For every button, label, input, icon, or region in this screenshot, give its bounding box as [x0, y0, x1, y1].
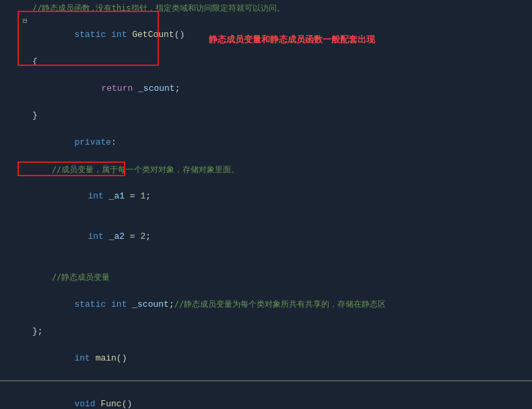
code-line: //静态成员变量 [0, 270, 532, 284]
code-content: int _a2 = 2; [30, 217, 532, 257]
code-content: return _scount; [30, 69, 532, 109]
code-content: //成员变量，属于每一个类对对象，存储对象里面。 [30, 163, 532, 176]
code-content [30, 257, 532, 270]
code-line: int main() [0, 338, 532, 379]
code-content: private: [30, 122, 532, 163]
annotation-text: 静态成员变量和静态成员函数一般配套出现 [209, 34, 375, 46]
code-content: int _a1 = 1; [30, 176, 532, 217]
fold-indicator: ⊟ [20, 15, 30, 28]
code-line: }; [0, 325, 532, 338]
code-content: void Func() [30, 384, 532, 409]
code-line: int _a2 = 2; [0, 217, 532, 257]
code-line: int _a1 = 1; [0, 176, 532, 217]
code-line [0, 257, 532, 270]
code-content: { [30, 55, 532, 69]
code-section-top: 静态成员变量和静态成员函数一般配套出现 //静态成员函数,没有this指针，指定… [0, 0, 532, 381]
code-content: } [30, 109, 532, 122]
code-line: private: [0, 122, 532, 163]
code-line: static int _scount;//静态成员变量为每个类对象所共有共享的，… [0, 284, 532, 325]
code-content: //静态成员函数,没有this指针，指定类域和访问限定符就可以访问。 [30, 1, 532, 15]
screenshot-container: 静态成员变量和静态成员函数一般配套出现 //静态成员函数,没有this指针，指定… [0, 0, 532, 409]
code-content: //静态成员变量 [30, 270, 532, 284]
code-line: } [0, 109, 532, 122]
code-line: return _scount; [0, 69, 532, 109]
code-line: //静态成员函数,没有this指针，指定类域和访问限定符就可以访问。 [0, 1, 532, 15]
code-content: static int _scount;//静态成员变量为每个类对象所共有共享的，… [30, 284, 532, 325]
code-line: void Func() [0, 384, 532, 409]
code-content: int main() [30, 338, 532, 379]
code-line: //成员变量，属于每一个类对对象，存储对象里面。 [0, 163, 532, 176]
code-section-bottom: void Func() { static A aa2; cout << __LI… [0, 381, 532, 409]
code-content: }; [30, 325, 532, 338]
code-line: { [0, 55, 532, 69]
